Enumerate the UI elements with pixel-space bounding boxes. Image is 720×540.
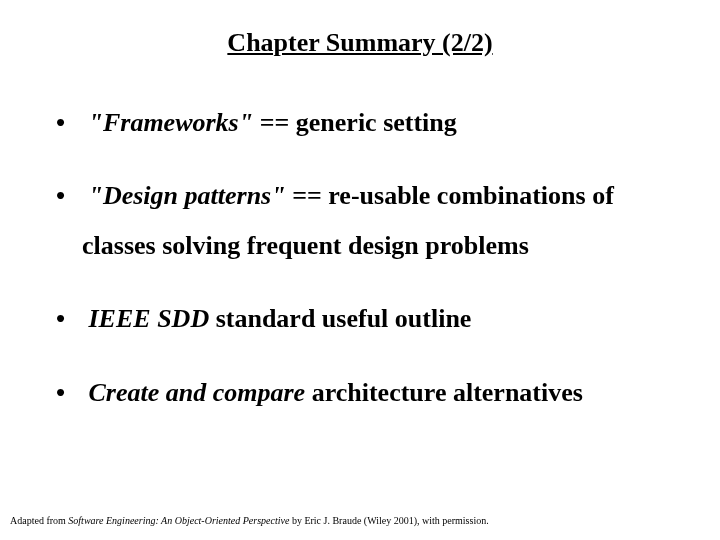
- bullet-emph: IEEE SDD: [89, 304, 210, 333]
- bullet-rest: standard useful outline: [209, 304, 471, 333]
- bullet-list: "Frameworks" == generic setting "Design …: [30, 98, 690, 417]
- bullet-item: IEEE SDD standard useful outline: [30, 294, 690, 343]
- bullet-item: "Frameworks" == generic setting: [30, 98, 690, 147]
- slide: Chapter Summary (2/2) "Frameworks" == ge…: [0, 0, 720, 540]
- bullet-item: "Design patterns" == re-usable combinati…: [30, 171, 690, 270]
- bullet-rest: architecture alternatives: [305, 378, 583, 407]
- bullet-item: Create and compare architecture alternat…: [30, 368, 690, 417]
- bullet-rest: == generic setting: [253, 108, 457, 137]
- bullet-emph: "Frameworks": [89, 108, 254, 137]
- slide-title: Chapter Summary (2/2): [30, 28, 690, 58]
- footer-prefix: Adapted from: [10, 515, 68, 526]
- footer-attribution: Adapted from Software Engineering: An Ob…: [10, 515, 489, 526]
- bullet-emph: "Design patterns": [89, 181, 286, 210]
- footer-suffix: by Eric J. Braude (Wiley 2001), with per…: [289, 515, 488, 526]
- footer-book-title: Software Engineering: An Object-Oriented…: [68, 515, 289, 526]
- bullet-emph: Create and compare: [89, 378, 306, 407]
